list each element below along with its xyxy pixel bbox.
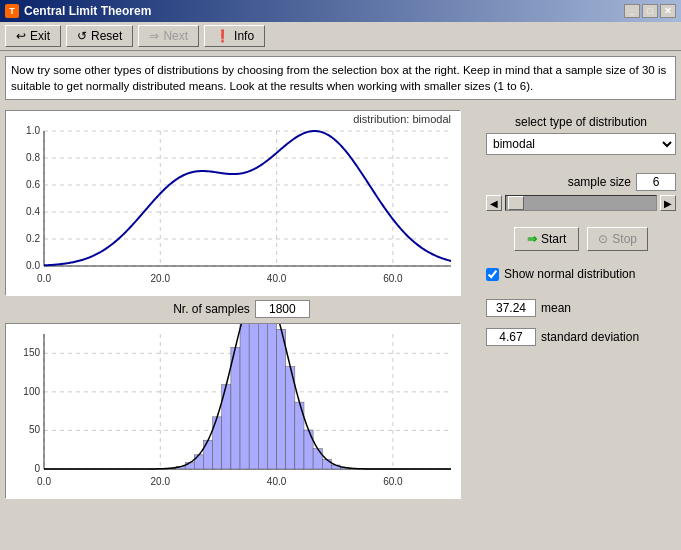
dist-dropdown-row: bimodal uniform normal exponential [486,133,676,155]
reset-button[interactable]: ↺ Reset [66,25,133,47]
mean-label: mean [541,301,571,315]
toolbar: ↩ Exit ↺ Reset ⇒ Next ❗ Info [0,22,681,51]
slider-left-arrow[interactable]: ◀ [486,195,502,211]
distribution-chart: distribution: bimodal [5,110,460,295]
samples-row: Nr. of samples [5,300,478,318]
slider-thumb[interactable] [508,196,524,210]
sample-size-input[interactable] [636,173,676,191]
sample-size-row: sample size [486,173,676,191]
stop-button[interactable]: ⊙ Stop [587,227,648,251]
std-value[interactable] [486,328,536,346]
slider-right-arrow[interactable]: ▶ [660,195,676,211]
info-box: Now try some other types of distribution… [5,56,676,100]
show-normal-label: Show normal distribution [504,267,635,281]
minimize-button[interactable]: _ [624,4,640,18]
dist-select[interactable]: bimodal uniform normal exponential [486,133,676,155]
chart1-title: distribution: bimodal [353,113,451,125]
nr-samples-label: Nr. of samples [173,302,250,316]
dist-label: select type of distribution [486,115,676,129]
info-icon: ❗ [215,29,230,43]
maximize-button[interactable]: □ [642,4,658,18]
main-content: distribution: bimodal Nr. of samples sel… [0,105,681,503]
show-normal-row: Show normal distribution [486,267,676,281]
start-button[interactable]: ⇒ Start [514,227,579,251]
nr-samples-input[interactable] [255,300,310,318]
slider-track[interactable] [505,195,657,211]
next-button[interactable]: ⇒ Next [138,25,199,47]
exit-button[interactable]: ↩ Exit [5,25,61,47]
start-icon: ⇒ [527,232,537,246]
dist-control-group: select type of distribution bimodal unif… [486,115,676,155]
mean-row: mean [486,299,676,317]
std-row: standard deviation [486,328,676,346]
histogram-chart [5,323,460,498]
start-stop-row: ⇒ Start ⊙ Stop [486,227,676,251]
window-controls[interactable]: _ □ ✕ [624,4,676,18]
sample-size-control: sample size ◀ ▶ [486,168,676,211]
title-bar: T Central Limit Theorem _ □ ✕ [0,0,681,22]
close-button[interactable]: ✕ [660,4,676,18]
exit-icon: ↩ [16,29,26,43]
window-title: Central Limit Theorem [24,4,151,18]
app-icon: T [5,4,19,18]
slider-row[interactable]: ◀ ▶ [486,195,676,211]
start-label: Start [541,232,566,246]
info-button[interactable]: ❗ Info [204,25,265,47]
controls-area: select type of distribution bimodal unif… [486,110,676,498]
mean-value[interactable] [486,299,536,317]
distribution-canvas [6,111,461,296]
stop-icon: ⊙ [598,232,608,246]
sample-size-label: sample size [568,175,631,189]
charts-area: distribution: bimodal Nr. of samples [5,110,478,498]
std-label: standard deviation [541,330,639,344]
histogram-canvas [6,324,461,499]
show-normal-checkbox[interactable] [486,268,499,281]
next-icon: ⇒ [149,29,159,43]
reset-icon: ↺ [77,29,87,43]
info-text: Now try some other types of distribution… [11,64,666,92]
stop-label: Stop [612,232,637,246]
